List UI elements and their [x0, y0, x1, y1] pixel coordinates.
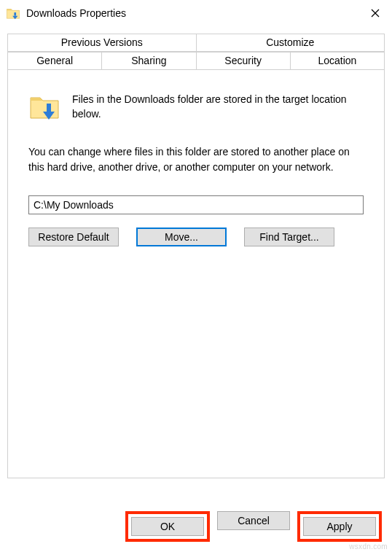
tab-previous-versions[interactable]: Previous Versions [7, 34, 197, 52]
downloads-folder-icon-large [28, 90, 60, 123]
watermark: wsxdn.com [349, 543, 388, 551]
tab-security[interactable]: Security [197, 52, 291, 70]
tab-row-back: Previous Versions Customize [7, 34, 385, 52]
apply-highlight: Apply [297, 511, 382, 542]
window-title: Downloads Properties [26, 7, 126, 19]
ok-highlight: OK [125, 511, 210, 542]
location-panel: Files in the Downloads folder are stored… [7, 70, 385, 478]
tab-general[interactable]: General [7, 52, 102, 70]
cancel-button[interactable]: Cancel [217, 511, 290, 530]
restore-default-button[interactable]: Restore Default [28, 228, 119, 246]
tab-row-front: General Sharing Security Location [7, 52, 385, 70]
dialog-footer: OK Cancel Apply [0, 511, 392, 542]
move-button[interactable]: Move... [136, 228, 227, 246]
tab-location[interactable]: Location [291, 52, 385, 70]
svg-rect-0 [14, 12, 16, 16]
location-description: Files in the Downloads folder are stored… [72, 90, 364, 122]
close-button[interactable] [358, 0, 392, 26]
tab-strip: Previous Versions Customize General Shar… [7, 34, 385, 70]
properties-window: Downloads Properties Previous Versions C… [0, 0, 392, 552]
panel-header: Files in the Downloads folder are stored… [28, 90, 364, 123]
svg-rect-3 [47, 104, 51, 112]
location-help-text: You can change where files in this folde… [28, 144, 364, 175]
find-target-button[interactable]: Find Target... [244, 228, 334, 246]
ok-button[interactable]: OK [131, 517, 204, 536]
downloads-folder-icon [6, 6, 20, 20]
tab-sharing[interactable]: Sharing [102, 52, 196, 70]
tab-customize[interactable]: Customize [197, 34, 385, 52]
title-bar: Downloads Properties [0, 0, 392, 26]
location-path-input[interactable] [28, 195, 364, 214]
apply-button[interactable]: Apply [303, 517, 376, 536]
location-button-row: Restore Default Move... Find Target... [28, 228, 364, 246]
close-icon [371, 9, 380, 18]
